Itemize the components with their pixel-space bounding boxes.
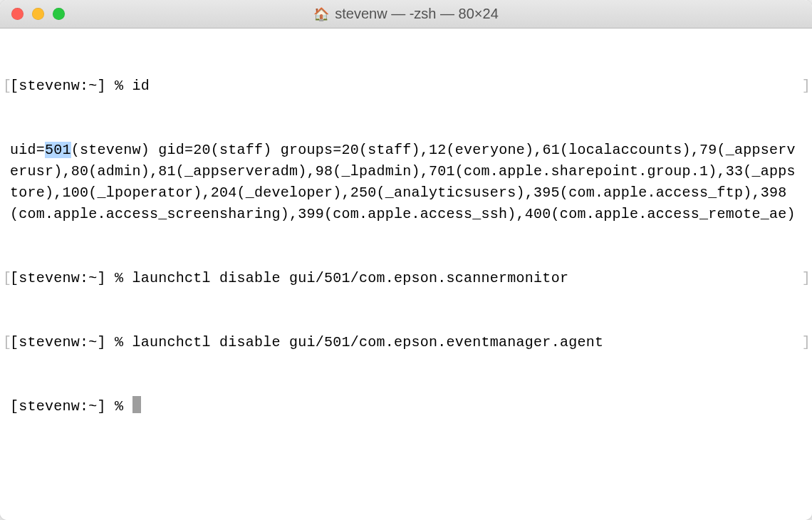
prompt-line: [[stevenw:~] % launchctl disable gui/501… (3, 268, 811, 289)
traffic-lights (0, 8, 65, 20)
command-output: uid=501(stevenw) gid=20(staff) groups=20… (3, 140, 811, 225)
prompt-text: [stevenw:~] % (10, 78, 132, 94)
prompt-text: [stevenw:~] % (10, 334, 132, 350)
close-button[interactable] (11, 8, 24, 20)
right-bracket-decoration: ] (802, 332, 811, 353)
terminal-window: 🏠 stevenw — -zsh — 80×24 [[stevenw:~] % … (0, 0, 812, 520)
zoom-button[interactable] (53, 8, 65, 20)
prompt-text: [stevenw:~] % (10, 398, 132, 415)
right-bracket-decoration: ] (802, 76, 811, 97)
left-bracket-decoration: [ (3, 76, 11, 97)
titlebar[interactable]: 🏠 stevenw — -zsh — 80×24 (0, 0, 812, 28)
highlighted-text: 501 (45, 142, 71, 158)
minimize-button[interactable] (32, 8, 44, 20)
terminal-output[interactable]: [[stevenw:~] % id] uid=501(stevenw) gid=… (0, 28, 812, 520)
left-bracket-decoration: [ (3, 332, 11, 353)
window-title-text: stevenw — -zsh — 80×24 (335, 6, 499, 22)
left-bracket-decoration: [ (3, 268, 11, 289)
output-post: (stevenw) gid=20(staff) groups=20(staff)… (10, 142, 796, 222)
prompt-line: [[stevenw:~] % id] (3, 76, 811, 97)
output-pre: uid= (10, 142, 45, 158)
right-bracket-decoration: ] (802, 268, 811, 289)
window-title: 🏠 stevenw — -zsh — 80×24 (0, 6, 812, 22)
command-text: id (132, 78, 150, 94)
prompt-line: [[stevenw:~] % launchctl disable gui/501… (3, 332, 811, 353)
prompt-text: [stevenw:~] % (10, 270, 132, 286)
home-icon: 🏠 (313, 8, 329, 21)
command-text: launchctl disable gui/501/com.epson.scan… (132, 270, 569, 286)
prompt-line: [stevenw:~] % (3, 396, 811, 417)
cursor (132, 396, 141, 413)
command-text: launchctl disable gui/501/com.epson.even… (132, 334, 604, 350)
